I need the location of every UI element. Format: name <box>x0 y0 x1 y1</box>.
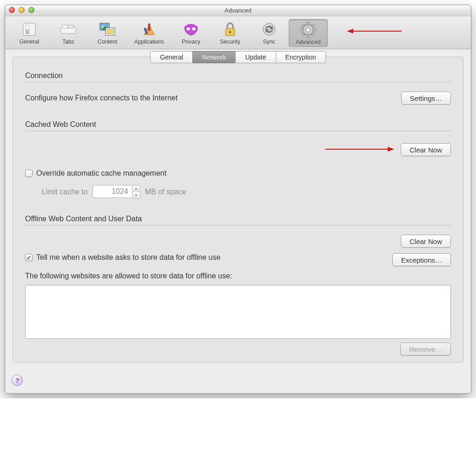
cache-size-input[interactable] <box>93 185 132 198</box>
toolbar-privacy[interactable]: Privacy <box>172 19 211 47</box>
help-button[interactable]: ? <box>12 375 23 386</box>
connection-desc: Configure how Firefox connects to the In… <box>25 94 178 102</box>
subtab-control: General Network Update Encryption <box>150 51 325 63</box>
toolbar-label: Tabs <box>62 39 74 45</box>
toolbar-content[interactable]: Content <box>88 19 127 47</box>
svg-rect-23 <box>313 29 316 31</box>
svg-marker-30 <box>347 29 353 33</box>
content-area: General Network Update Encryption Connec… <box>5 49 471 370</box>
toolbar-label: Advanced <box>296 39 320 46</box>
svg-marker-32 <box>388 147 394 152</box>
mask-icon <box>183 21 199 38</box>
subtab-encryption[interactable]: Encryption <box>276 51 326 63</box>
subtab-general[interactable]: General <box>150 51 193 63</box>
minimize-button[interactable] <box>19 7 25 13</box>
stepper-down[interactable]: ▼ <box>132 192 140 198</box>
toolbar-label: Content <box>98 39 117 45</box>
offline-tell-row: Tell me when a website asks to store dat… <box>25 253 220 262</box>
offline-list-label: The following websites are allowed to st… <box>25 272 451 280</box>
window-title: Advanced <box>225 7 251 14</box>
preferences-toolbar: General Tabs Content Applications Privac… <box>5 16 471 49</box>
content-icon <box>99 21 116 38</box>
svg-rect-20 <box>307 22 309 25</box>
svg-point-17 <box>229 31 231 33</box>
toolbar-label: Sync <box>263 39 276 45</box>
svg-rect-5 <box>68 25 73 28</box>
override-cache-label: Override automatic cache management <box>36 169 166 178</box>
cache-section: Cached Web Content Clear Now Override au… <box>13 120 463 199</box>
override-cache-row: Override automatic cache management <box>25 169 451 178</box>
svg-rect-22 <box>301 29 304 31</box>
toolbar-general[interactable]: General <box>10 19 49 47</box>
toolbar-label: Security <box>220 39 240 45</box>
limit-cache-row: Limit cache to ▲ ▼ MB of space <box>42 185 451 199</box>
svg-point-7 <box>102 26 104 27</box>
cache-heading: Cached Web Content <box>25 120 451 131</box>
clear-offline-button[interactable]: Clear Now <box>401 235 451 248</box>
stepper-up[interactable]: ▲ <box>132 185 140 192</box>
traffic-lights <box>9 7 34 13</box>
toolbar-label: General <box>20 39 40 45</box>
svg-rect-21 <box>307 34 309 37</box>
cache-size-stepper: ▲ ▼ <box>93 185 140 199</box>
exceptions-button[interactable]: Exceptions… <box>392 253 451 266</box>
annotation-arrow <box>347 27 403 35</box>
offline-tell-checkbox[interactable] <box>25 254 33 261</box>
clear-cache-button[interactable]: Clear Now <box>401 143 451 156</box>
override-cache-checkbox[interactable] <box>25 170 33 177</box>
padlock-icon <box>222 21 238 38</box>
advanced-panel: General Network Update Encryption Connec… <box>13 57 463 363</box>
svg-point-14 <box>186 27 190 30</box>
offline-heading: Offline Web Content and User Data <box>25 215 451 225</box>
subtab-network[interactable]: Network <box>192 51 236 63</box>
gear-icon <box>300 21 317 38</box>
offline-section: Offline Web Content and User Data Tell m… <box>13 215 463 356</box>
settings-button[interactable]: Settings… <box>401 92 451 105</box>
svg-rect-12 <box>148 24 150 30</box>
svg-rect-10 <box>107 29 113 34</box>
connection-heading: Connection <box>25 72 451 82</box>
remove-site-button[interactable]: Remove… <box>400 343 451 356</box>
tabs-icon <box>60 21 77 38</box>
connection-section: Connection Configure how Firefox connect… <box>13 72 463 105</box>
toolbar-sync[interactable]: Sync <box>250 19 289 47</box>
toolbar-label: Applications <box>134 39 165 45</box>
limit-cache-prefix: Limit cache to <box>42 188 88 196</box>
subtab-update[interactable]: Update <box>235 51 276 63</box>
svg-rect-2 <box>26 25 29 29</box>
toolbar-security[interactable]: Security <box>211 19 250 47</box>
offline-sites-list[interactable] <box>25 285 451 339</box>
preferences-window: Advanced General Tabs Content Applicati <box>5 5 471 394</box>
offline-tell-label: Tell me when a website asks to store dat… <box>36 253 220 262</box>
svg-point-28 <box>306 27 311 32</box>
annotation-arrow <box>324 145 394 154</box>
zoom-button[interactable] <box>28 7 34 13</box>
toolbar-advanced[interactable]: Advanced <box>289 19 328 47</box>
svg-rect-4 <box>62 25 67 28</box>
close-button[interactable] <box>9 7 15 13</box>
svg-rect-0 <box>23 23 35 35</box>
toolbar-label: Privacy <box>182 39 200 45</box>
titlebar: Advanced <box>5 5 471 16</box>
toolbar-tabs[interactable]: Tabs <box>49 19 88 47</box>
switch-icon <box>21 21 38 38</box>
applications-icon <box>141 21 158 38</box>
window-footer: ? <box>5 370 471 393</box>
limit-cache-suffix: MB of space <box>145 188 186 196</box>
svg-point-15 <box>192 27 196 30</box>
toolbar-applications[interactable]: Applications <box>127 19 172 47</box>
sync-icon <box>261 21 278 38</box>
